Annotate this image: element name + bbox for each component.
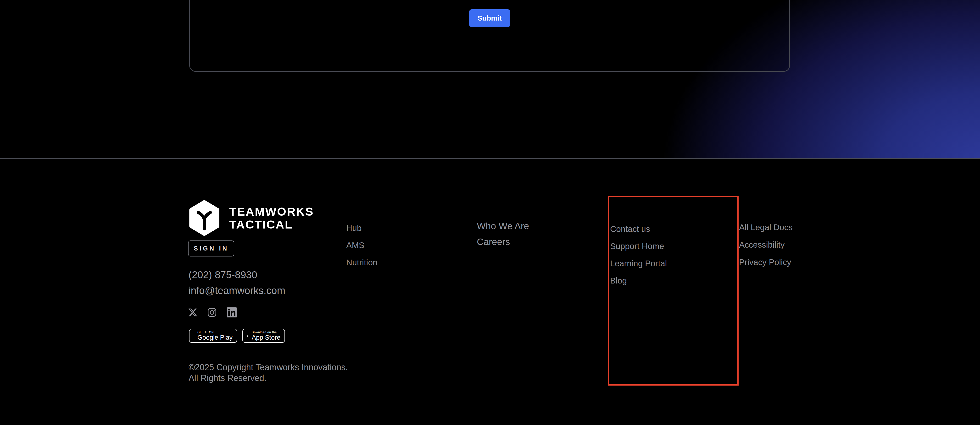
footer-link-support-home[interactable]: Support Home: [610, 242, 667, 251]
footer-link-privacy-policy[interactable]: Privacy Policy: [739, 258, 793, 266]
footer-column-company: Who We Are Careers: [477, 221, 529, 253]
footer-column-products: Hub AMS Nutrition: [346, 224, 377, 275]
brand-wordmark: TEAMWORKS TACTICAL: [229, 205, 314, 231]
linkedin-icon[interactable]: [227, 308, 237, 317]
page: Submit TEAMWORKS TACTICAL SIGN IN (202) …: [0, 0, 980, 425]
email-link[interactable]: info@teamworks.com: [189, 285, 285, 297]
footer-link-all-legal-docs[interactable]: All Legal Docs: [739, 223, 793, 232]
social-links: [189, 308, 237, 317]
google-play-badge[interactable]: GET IT ON Google Play: [189, 329, 237, 343]
apple-icon: [247, 332, 248, 340]
form-section: Submit: [0, 0, 980, 158]
copyright: ©2025 Copyright Teamworks Innovations. A…: [189, 362, 348, 384]
copyright-line-2: All Rights Reserved.: [189, 373, 348, 384]
app-store-name: App Store: [252, 334, 280, 341]
footer: TEAMWORKS TACTICAL SIGN IN (202) 875-893…: [0, 159, 980, 425]
brand-line-1: TEAMWORKS: [229, 205, 314, 218]
google-play-icon: [194, 332, 194, 340]
section-divider: [0, 158, 980, 159]
footer-link-accessibility[interactable]: Accessibility: [739, 241, 793, 249]
app-badges: GET IT ON Google Play Download on the Ap…: [189, 329, 285, 343]
submit-button[interactable]: Submit: [469, 10, 510, 27]
copyright-line-1: ©2025 Copyright Teamworks Innovations.: [189, 362, 348, 373]
teamworks-logo-icon: [189, 200, 220, 236]
phone-link[interactable]: (202) 875-8930: [189, 269, 257, 281]
footer-link-who-we-are[interactable]: Who We Are: [477, 221, 529, 231]
app-store-badge[interactable]: Download on the App Store: [242, 329, 285, 343]
x-twitter-icon[interactable]: [189, 308, 197, 317]
footer-link-nutrition[interactable]: Nutrition: [346, 258, 377, 267]
app-store-tagline: Download on the: [252, 331, 280, 334]
footer-link-learning-portal[interactable]: Learning Portal: [610, 259, 667, 268]
footer-logo[interactable]: TEAMWORKS TACTICAL: [189, 200, 314, 236]
footer-link-contact-us[interactable]: Contact us: [610, 225, 667, 233]
footer-link-ams[interactable]: AMS: [346, 241, 377, 249]
footer-link-careers[interactable]: Careers: [477, 237, 529, 247]
brand-line-2: TACTICAL: [229, 218, 314, 231]
footer-column-legal: All Legal Docs Accessibility Privacy Pol…: [739, 223, 793, 275]
google-play-tagline: GET IT ON: [197, 331, 232, 334]
sign-in-button[interactable]: SIGN IN: [188, 241, 234, 257]
footer-link-blog[interactable]: Blog: [610, 276, 667, 285]
form-card: Submit: [189, 0, 790, 72]
google-play-name: Google Play: [197, 334, 232, 341]
footer-link-hub[interactable]: Hub: [346, 224, 377, 232]
footer-column-support: Contact us Support Home Learning Portal …: [610, 225, 667, 293]
instagram-icon[interactable]: [207, 308, 217, 317]
